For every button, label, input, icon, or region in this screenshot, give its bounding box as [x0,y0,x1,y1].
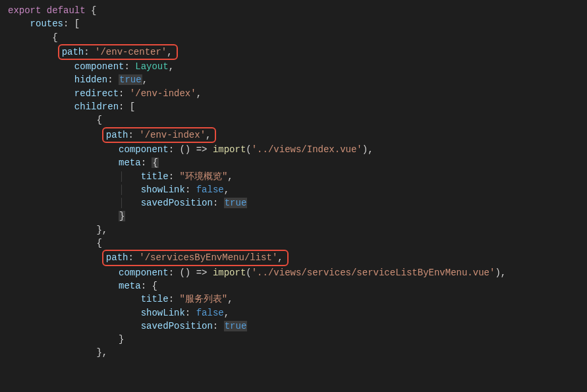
code-line: meta: { [0,279,587,293]
import-fn: import [213,144,246,155]
code-line: component: () => import('../views/servic… [0,266,587,279]
savedposition-value: true [224,321,248,331]
keyword-default: default [47,5,86,16]
code-line: }, [0,223,587,237]
highlight-box-env-center: path: '/env-center', [58,44,178,60]
path-key: path [62,47,84,57]
showlink-value: false [196,184,224,195]
redirect-key: redirect [74,88,119,99]
children-key: children [74,101,119,112]
code-line: } [0,333,587,346]
keyword-export: export [8,5,41,16]
code-line: export default { [0,4,587,17]
code-line: component: () => import('../views/Index.… [0,143,587,156]
code-line: │ title: "环境概览", [0,170,587,183]
showlink-value: false [196,308,224,318]
path-value: '/servicesByEnvMenu/list' [139,252,277,263]
import-path: '../views/services/serviceListByEnvMenu.… [252,267,495,278]
code-line: children: [ [0,100,587,113]
code-line: } [0,210,587,223]
routes-key: routes [30,18,63,29]
savedposition-key: savedPosition [141,321,213,331]
code-line: │ savedPosition: true [0,196,587,210]
showlink-key: showLink [141,184,185,195]
code-line: { [0,113,587,126]
component-key: component [119,144,169,155]
savedposition-key: savedPosition [141,198,213,208]
hidden-key: hidden [74,74,107,85]
code-line: }, [0,346,587,359]
title-key: title [141,294,169,304]
code-line: component: Layout, [0,60,587,73]
showlink-key: showLink [141,308,185,318]
component-key: component [119,267,169,278]
code-line: path: '/env-center', [0,44,587,60]
code-line: { [0,31,587,44]
path-key: path [106,130,128,140]
title-key: title [141,171,169,182]
path-value: '/env-index' [139,130,206,140]
code-line: │ showLink: false, [0,183,587,196]
highlight-box-services: path: '/servicesByEnvMenu/list', [102,250,289,266]
redirect-value: '/env-index' [130,88,196,99]
component-key: component [74,61,125,72]
code-line: path: '/servicesByEnvMenu/list', [0,250,587,266]
import-fn: import [213,267,246,278]
code-line: title: "服务列表", [0,293,587,306]
meta-key: meta [119,157,141,168]
code-line: { [0,237,587,250]
path-key: path [106,252,128,263]
code-line: routes: [ [0,17,587,30]
title-value: "服务列表" [179,294,227,304]
title-value: "环境概览" [179,171,227,182]
highlight-box-env-index: path: '/env-index', [102,127,217,143]
code-line: showLink: false, [0,306,587,320]
hidden-value: true [119,74,142,85]
savedposition-value: true [224,198,248,208]
code-line: meta: { [0,156,587,169]
code-line: hidden: true, [0,73,587,86]
path-value: '/env-center' [95,47,167,57]
code-editor[interactable]: export default { routes: [ { path: '/env… [0,4,587,360]
meta-key: meta [119,281,141,291]
code-line: savedPosition: true [0,320,587,333]
code-line: path: '/env-index', [0,127,587,143]
component-value: Layout [135,61,168,72]
import-path: '../views/Index.vue' [252,144,362,155]
code-line: redirect: '/env-index', [0,87,587,100]
